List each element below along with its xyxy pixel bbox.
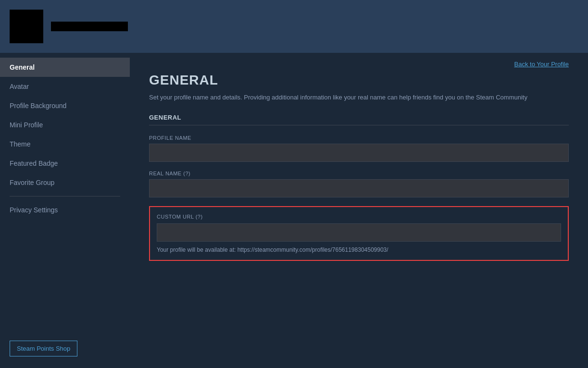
sidebar-item-avatar[interactable]: Avatar [0,77,130,96]
sidebar: General Avatar Profile Background Mini P… [0,53,130,368]
sidebar-bottom: Steam Points Shop [0,333,130,368]
profile-url-text: Your profile will be available at: https… [157,246,561,253]
sidebar-item-featured-badge[interactable]: Featured Badge [0,154,130,173]
custom-url-section: CUSTOM URL (?) Your profile will be avai… [149,206,569,261]
content-area: Back to Your Profile GENERAL Set your pr… [130,53,588,368]
header [0,0,588,53]
profile-name-field: PROFILE NAME [149,135,569,162]
form-divider [149,125,569,125]
profile-name-label: PROFILE NAME [149,135,569,141]
real-name-input[interactable] [149,179,569,197]
header-username [51,22,128,31]
sidebar-item-profile-background[interactable]: Profile Background [0,96,130,115]
profile-name-input[interactable] [149,144,569,162]
custom-url-label: CUSTOM URL (?) [157,214,561,220]
real-name-label: REAL NAME (?) [149,171,569,176]
steam-points-shop-button[interactable]: Steam Points Shop [10,341,77,356]
main-layout: General Avatar Profile Background Mini P… [0,53,588,368]
real-name-field: REAL NAME (?) [149,171,569,197]
sidebar-item-privacy-settings[interactable]: Privacy Settings [0,200,130,220]
sidebar-item-theme[interactable]: Theme [0,135,130,154]
back-to-profile-link[interactable]: Back to Your Profile [149,53,569,73]
avatar [10,10,43,43]
form-section-title: GENERAL [149,114,569,121]
sidebar-divider [10,196,120,196]
sidebar-item-general[interactable]: General [0,58,130,77]
custom-url-input[interactable] [157,223,561,242]
page-title: GENERAL [149,73,569,88]
sidebar-item-mini-profile[interactable]: Mini Profile [0,115,130,135]
section-description: Set your profile name and details. Provi… [149,93,543,102]
sidebar-item-favorite-group[interactable]: Favorite Group [0,173,130,192]
